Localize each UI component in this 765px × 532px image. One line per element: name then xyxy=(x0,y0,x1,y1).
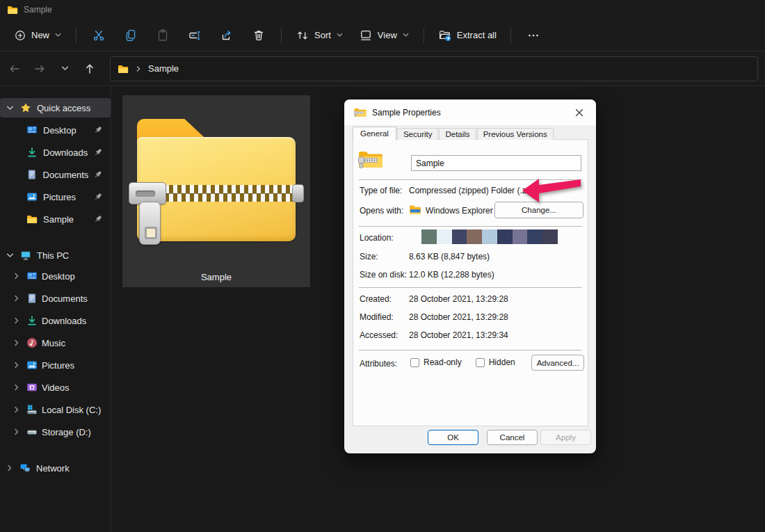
sidebar-item-network[interactable]: Network xyxy=(0,458,111,478)
chevron-right-icon[interactable] xyxy=(13,383,21,392)
copy-button[interactable] xyxy=(115,24,146,47)
paste-button[interactable] xyxy=(147,24,178,47)
chevron-right-icon[interactable] xyxy=(13,405,21,414)
chevron-right-icon[interactable] xyxy=(13,339,21,347)
share-button[interactable] xyxy=(211,24,242,47)
apply-button[interactable]: Apply xyxy=(540,430,591,445)
separator xyxy=(359,226,582,227)
accessed-label: Accessed: xyxy=(360,330,398,340)
forward-button[interactable] xyxy=(28,57,51,81)
recent-locations-button[interactable] xyxy=(53,57,76,81)
chevron-down-icon[interactable] xyxy=(6,104,15,113)
view-icon xyxy=(359,29,373,42)
type-of-file-value: Compressed (zipped) Folder (.zip) xyxy=(409,186,536,195)
file-name-input[interactable] xyxy=(411,155,581,171)
file-name-label: Sample xyxy=(122,272,310,282)
command-toolbar: New Sort View Extract all xyxy=(0,19,765,51)
back-button[interactable] xyxy=(3,57,26,81)
tab-details[interactable]: Details xyxy=(439,128,476,140)
zipped-folder-icon xyxy=(358,150,383,169)
sidebar-item-local-disk-c[interactable]: Local Disk (C:) xyxy=(0,398,111,421)
new-button[interactable]: New xyxy=(7,25,69,46)
chevron-right-icon[interactable] xyxy=(13,316,21,325)
address-bar: Sample xyxy=(0,51,765,86)
ok-button[interactable]: OK xyxy=(428,430,478,445)
pin-icon[interactable] xyxy=(94,148,102,156)
tab-previous-versions[interactable]: Previous Versions xyxy=(477,128,554,140)
chevron-down-icon[interactable] xyxy=(6,251,15,260)
size-label: Size: xyxy=(360,252,378,261)
view-button[interactable]: View xyxy=(352,24,417,47)
sidebar-item-pc-videos[interactable]: Videos xyxy=(0,376,111,398)
pin-icon[interactable] xyxy=(94,193,102,201)
tab-security[interactable]: Security xyxy=(397,128,439,140)
sidebar-item-pc-desktop[interactable]: Desktop xyxy=(0,265,111,287)
sort-button[interactable]: Sort xyxy=(289,24,351,47)
copy-icon xyxy=(124,29,138,42)
tab-general[interactable]: General xyxy=(353,127,396,140)
breadcrumb-segment[interactable]: Sample xyxy=(148,63,179,74)
sidebar-item-pictures[interactable]: Pictures xyxy=(0,186,111,208)
advanced-button[interactable]: Advanced... xyxy=(531,355,584,371)
cut-icon xyxy=(92,29,106,42)
sidebar-item-downloads[interactable]: Downloads xyxy=(0,141,111,163)
sidebar-item-storage-d[interactable]: Storage (D:) xyxy=(0,421,111,443)
chevron-right-icon[interactable] xyxy=(13,361,21,369)
sort-icon xyxy=(296,29,309,42)
back-arrow-icon xyxy=(8,62,22,76)
sidebar-item-desktop[interactable]: Desktop xyxy=(0,119,111,141)
pin-icon[interactable] xyxy=(94,170,102,179)
documents-icon xyxy=(26,293,38,304)
see-more-button[interactable] xyxy=(518,24,549,47)
dialog-title: Sample Properties xyxy=(372,108,441,118)
chevron-down-icon xyxy=(61,64,70,73)
chevron-down-icon xyxy=(54,31,62,39)
change-button[interactable]: Change... xyxy=(494,202,583,218)
sidebar-item-pc-pictures[interactable]: Pictures xyxy=(0,354,111,376)
cut-button[interactable] xyxy=(83,24,114,47)
hidden-checkbox[interactable] xyxy=(476,358,485,367)
delete-button[interactable] xyxy=(243,24,274,47)
zipped-folder-tile[interactable]: Sample xyxy=(122,95,310,287)
rename-button[interactable] xyxy=(179,24,210,47)
chevron-right-icon[interactable] xyxy=(13,294,21,303)
dialog-close-button[interactable] xyxy=(572,106,586,120)
accessed-value: 28 October 2021, 13:29:34 xyxy=(409,330,508,340)
pin-icon[interactable] xyxy=(94,126,102,134)
sidebar-item-this-pc[interactable]: This PC xyxy=(0,245,111,265)
opens-with-value: Windows Explorer xyxy=(426,206,493,216)
properties-dialog: Sample Properties General Security Detai… xyxy=(344,99,596,453)
cancel-button[interactable]: Cancel xyxy=(487,430,538,445)
sidebar-item-pc-music[interactable]: Music xyxy=(0,332,111,354)
sidebar-item-pc-downloads[interactable]: Downloads xyxy=(0,309,111,332)
sidebar-item-documents[interactable]: Documents xyxy=(0,163,111,186)
breadcrumb-chevron-icon xyxy=(134,65,143,73)
dialog-tabs: General Security Details Previous Versio… xyxy=(353,128,554,140)
windows-explorer-icon xyxy=(409,203,421,216)
videos-icon xyxy=(26,382,38,393)
read-only-label: Read-only xyxy=(424,357,462,367)
toolbar-divider xyxy=(76,28,76,43)
address-input[interactable]: Sample xyxy=(110,56,758,81)
read-only-checkbox[interactable] xyxy=(410,358,419,367)
chevron-right-icon[interactable] xyxy=(13,428,21,436)
extract-all-button[interactable]: Extract all xyxy=(431,24,504,47)
toolbar-divider xyxy=(424,28,424,43)
navigation-pane: Quick access Desktop Downloads Documents… xyxy=(0,87,111,532)
sidebar-item-pc-documents[interactable]: Documents xyxy=(0,287,111,309)
chevron-down-icon xyxy=(336,31,344,39)
pictures-icon xyxy=(26,191,38,202)
modified-label: Modified: xyxy=(360,312,394,322)
up-button[interactable] xyxy=(78,57,102,81)
chevron-right-icon[interactable] xyxy=(13,272,21,280)
type-of-file-label: Type of file: xyxy=(360,186,402,195)
opens-with-label: Opens with: xyxy=(360,206,403,216)
chevron-right-icon[interactable] xyxy=(6,464,14,472)
pin-icon[interactable] xyxy=(94,215,102,223)
extract-all-icon xyxy=(438,29,452,42)
location-folder-icon xyxy=(118,63,129,74)
location-label: Location: xyxy=(360,233,394,243)
sidebar-item-quick-access[interactable]: Quick access xyxy=(0,98,111,118)
sidebar-item-sample[interactable]: Sample xyxy=(0,208,111,230)
paste-icon xyxy=(156,29,170,42)
